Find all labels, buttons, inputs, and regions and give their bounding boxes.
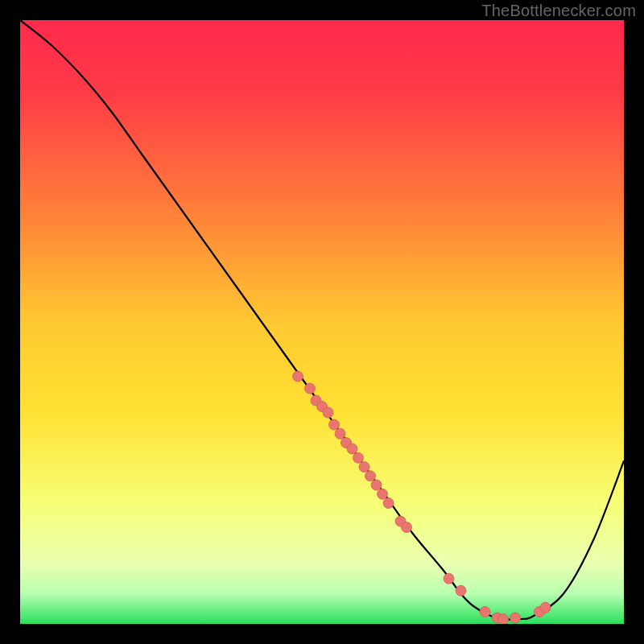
attribution-text: TheBottlenecker.com [481, 2, 636, 20]
plot-area [20, 20, 624, 624]
data-marker [305, 383, 316, 394]
data-marker [402, 522, 412, 533]
data-marker [480, 607, 490, 617]
data-marker [359, 462, 369, 473]
chart-svg [20, 20, 624, 624]
data-marker [371, 480, 382, 490]
data-marker [540, 602, 551, 613]
data-marker [347, 444, 357, 454]
data-marker [383, 498, 394, 509]
chart-stage: TheBottlenecker.com [0, 0, 644, 644]
data-marker [293, 371, 303, 382]
data-marker [498, 614, 509, 625]
data-marker [323, 407, 333, 418]
data-marker [329, 419, 340, 430]
data-marker [510, 613, 521, 623]
data-marker [378, 489, 388, 499]
data-marker [365, 471, 376, 481]
data-marker [456, 585, 466, 596]
data-marker [444, 573, 454, 584]
data-marker [353, 452, 364, 463]
data-marker [335, 428, 345, 439]
